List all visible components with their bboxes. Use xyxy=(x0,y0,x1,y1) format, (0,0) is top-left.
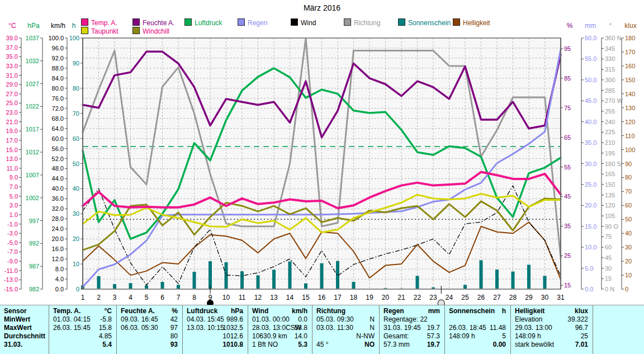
series-sonnenschein-bar xyxy=(161,282,164,289)
axis-tick-label: 7.0 xyxy=(10,183,18,190)
axis-tick-label: 110 xyxy=(625,133,635,139)
axis-tick-label: 48.0 xyxy=(52,165,64,172)
table-cell: N-NW xyxy=(312,332,379,341)
table-cell: 03.03. 11:30N xyxy=(312,324,379,332)
axis-tick-label: 60 xyxy=(73,135,79,142)
full-moon-icon xyxy=(438,300,444,305)
axis-tick-label: 25 xyxy=(564,252,571,259)
table-cell: 31.03. 19:4519.7 xyxy=(380,324,444,332)
series-sonnenschein-bar xyxy=(527,265,531,289)
axis-tick-label: km/h xyxy=(51,22,65,30)
cell-value: 58.8 xyxy=(295,324,307,332)
axis-tick-label: ° xyxy=(609,22,612,30)
axis-tick-label: klux xyxy=(624,22,636,30)
axis-tick-label: 8.0 xyxy=(55,266,64,272)
table-cell: 04.03. 15:45989.6 xyxy=(183,315,248,324)
row-label: 31.03. xyxy=(4,341,22,349)
axis-tick-label: 180 S xyxy=(605,161,621,167)
series-sonnenschein-bar xyxy=(257,275,260,289)
table-column-header: LuftdruckhPa xyxy=(183,307,248,315)
cell-text: 03.03. 11:30 xyxy=(316,324,353,332)
axis-tick-label: 20.0 xyxy=(585,202,596,209)
axis-tick-label: 45 xyxy=(605,254,612,261)
axis-tick-label: 135 xyxy=(605,192,615,199)
axis-tick-label: 345 xyxy=(605,45,615,52)
axis-tick-label: -9.0 xyxy=(7,258,18,265)
series-sonnenschein-bar xyxy=(495,270,499,289)
axis-tick-label: -7.0 xyxy=(7,248,18,255)
axis-tick-label: 68.0 xyxy=(52,115,64,122)
axis-tick-label: 26 xyxy=(477,294,485,301)
table-cell: 26.03. 18:4511.48 xyxy=(445,324,510,332)
axis-tick-label: 92.0 xyxy=(52,55,64,62)
axis-tick-label: 90 xyxy=(73,60,79,67)
axis-tick-label: 76.0 xyxy=(52,95,64,102)
series-sonnenschein-bar xyxy=(193,272,196,289)
axis-tick-label: 36.0 xyxy=(52,195,64,202)
axis-tick-label: 170 xyxy=(625,49,635,55)
axis-tick-label: 16.0 xyxy=(52,246,64,252)
axis-tick-label: 21 xyxy=(397,294,405,301)
axis-tick-label: 64.0 xyxy=(52,125,64,132)
cell-value: 1012.6 xyxy=(222,332,243,341)
cell-text: Regentage: 22 xyxy=(383,315,428,324)
axis-tick-label: 70 xyxy=(73,110,79,117)
axis-tick-label: 15.0 xyxy=(6,147,18,153)
axis-tick-label: 10 xyxy=(73,261,79,267)
series-sonnenschein-bar xyxy=(463,285,467,289)
axis-tick-label: 315 xyxy=(605,66,615,73)
axis-tick-label: 7 xyxy=(177,294,181,301)
axis-tick-label: 95 xyxy=(564,45,571,52)
table-column-header: Sonnenscheinh xyxy=(445,307,510,315)
axis-tick-label: 40 xyxy=(73,185,79,192)
cell-value: 0.0 xyxy=(298,315,307,324)
cell-text: stark bewölkt xyxy=(515,341,554,349)
axis-tick-label: 23 xyxy=(429,294,437,301)
column-title: Richtung xyxy=(316,307,345,315)
axis-tick-label: 15 xyxy=(605,275,612,282)
axis-tick-label: °C xyxy=(8,22,16,30)
column-title: Wind xyxy=(252,307,268,315)
axis-tick-label: 100 xyxy=(69,35,79,41)
axis-tick-label: 13.0 xyxy=(6,155,18,162)
axis-tick-label: 150 xyxy=(625,77,635,83)
cell-value: 14.0 xyxy=(295,332,307,341)
axis-tick-label: -15.0 xyxy=(4,286,18,292)
table-cell: 1012.6 xyxy=(183,332,248,341)
axis-tick-label: 180 xyxy=(625,35,635,41)
axis-tick-label: 0.0 xyxy=(585,286,593,292)
table-cell: 06.03. 05:3097 xyxy=(117,324,182,332)
axis-tick-label: 90 xyxy=(625,161,632,167)
axis-tick-label: 11 xyxy=(239,294,246,301)
cell-value: N xyxy=(370,324,375,332)
table-column: Sonnenscheinh26.03. 18:4511.48148:09 h50… xyxy=(444,305,510,354)
table-cell: 1010.8 xyxy=(183,341,248,349)
axis-tick-label: -3.0 xyxy=(7,230,18,237)
axis-tick-label: 40.0 xyxy=(52,185,64,192)
axis-tick-label: 60.0 xyxy=(52,135,64,142)
table-cell xyxy=(445,315,510,324)
axis-tick-label: mm xyxy=(585,22,596,30)
table-column-header: Helligkeitklux xyxy=(511,307,593,315)
axis-tick-label: 80.0 xyxy=(52,85,64,92)
axis-tick-label: 240 xyxy=(605,119,615,125)
column-unit: km/h xyxy=(292,307,307,315)
axis-tick-label: 30 xyxy=(625,244,632,251)
row-label: MaxWert xyxy=(4,324,32,332)
axis-tick-label: -1.0 xyxy=(7,221,18,228)
axis-tick-label: 5.0 xyxy=(10,193,18,200)
axis-tick-label: 1032 xyxy=(26,58,39,64)
table-cell: 4.85 xyxy=(49,332,116,341)
axis-tick-label: 1.0 xyxy=(10,211,18,218)
axis-tick-label: 0 xyxy=(76,286,79,292)
column-title: Temp. A. xyxy=(53,307,80,315)
table-cell: Gesamt:57.3 xyxy=(380,332,444,341)
cell-value: 11.48 xyxy=(490,324,506,332)
axis-tick-label: 80 xyxy=(73,85,79,92)
axis-tick-label: 32.0 xyxy=(52,205,64,212)
column-unit: % xyxy=(172,307,178,315)
axis-tick-label: 90 O xyxy=(605,223,618,230)
table-cell: 5.4 xyxy=(49,341,116,349)
axis-tick-label: 50 xyxy=(625,216,632,223)
axis-tick-label: 60 xyxy=(605,244,612,251)
